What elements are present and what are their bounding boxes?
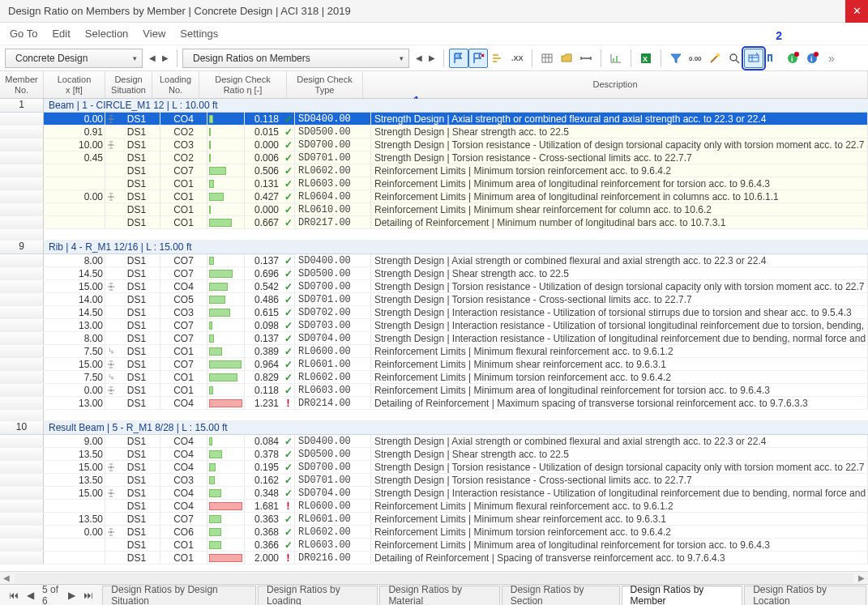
table-row[interactable]: 15.00DS1CO70.964✓RL0601.00Reinforcement … [0,358,868,371]
header-ratio[interactable]: Design Check Ratio η [-] [199,71,287,98]
prev-page-icon[interactable]: ◀ [24,590,36,601]
table-row[interactable]: 0.45DS1CO20.006✓SD0701.00Strength Design… [0,151,868,164]
tab-design-ratios-by-design-situation[interactable]: Design Ratios by Design Situation [102,586,256,605]
table-row[interactable]: 15.00DS1CO40.195✓SD0700.00Strength Desig… [0,461,868,474]
cell-description: Strength Design | Interaction resistance… [371,319,868,331]
group-title[interactable]: Rib | 4 - R_M1 12/16 | L : 15.00 ft [44,241,197,254]
cell-description: Reinforcement Limits | Minimum area of l… [371,384,868,396]
cell-check-type: SD0400.00 [295,254,371,266]
tab-design-ratios-by-location[interactable]: Design Ratios by Location [744,586,866,605]
funnel-icon[interactable] [666,49,686,68]
sync-selection-icon[interactable] [744,49,763,68]
table-row[interactable]: 0.00DS1CO60.368✓RL0602.00Reinforcement L… [0,526,868,539]
cell-ratio-value: 0.084 [245,435,282,447]
table-row[interactable]: 13.50DS1CO30.162✓SD0701.00Strength Desig… [0,474,868,487]
table-row[interactable]: DS1CO41.681!RL0600.00Reinforcement Limit… [0,500,868,513]
header-location[interactable]: Location x [ft] [44,71,105,98]
group-title[interactable]: Beam | 1 - CIRCLE_M1 12 | L : 10.00 ft [44,99,223,112]
tab-design-ratios-by-section[interactable]: Design Ratios by Section [502,586,620,605]
chart-icon[interactable] [606,49,626,68]
tab-navigator[interactable]: ⏮ ◀ 5 of 6 ▶ ⏭ [0,584,102,606]
table-row[interactable]: DS1CO10.667✓DR0217.00Detailing of Reinfo… [0,216,868,229]
table-row[interactable]: DS1CO10.131✓RL0603.00Reinforcement Limit… [0,177,868,190]
table-row[interactable]: 0.00DS1CO10.118✓RL0603.00Reinforcement L… [0,384,868,397]
table-row[interactable]: DS1CO10.000✓RL0610.00Reinforcement Limit… [0,203,868,216]
results-grid[interactable]: 1Beam | 1 - CIRCLE_M1 12 | L : 10.00 ft0… [0,99,868,571]
table-row[interactable]: 13.00DS1CO41.231!DR0214.00Detailing of R… [0,397,868,410]
table-row[interactable]: 10.00DS1CO30.000✓SD0700.00Strength Desig… [0,138,868,151]
filter-flag-off-icon[interactable] [468,49,488,68]
next-table-button[interactable]: ▶ [425,49,438,67]
wand-icon[interactable] [705,49,725,68]
table-row[interactable]: DS1CO70.506✓RL0602.00Reinforcement Limit… [0,164,868,177]
tab-design-ratios-by-material[interactable]: Design Ratios by Material [379,586,499,605]
table-row[interactable]: 14.00DS1CO50.486✓SD0701.00Strength Desig… [0,293,868,306]
table-row[interactable]: 0.00DS1CO10.427✓RL0604.00Reinforcement L… [0,190,868,203]
menu-edit[interactable]: Edit [52,28,70,40]
prev-addon-button[interactable]: ◀ [146,49,159,67]
menu-view[interactable]: View [143,28,165,40]
cell-ratio-bar [207,461,245,473]
table-row[interactable]: 0.00DS1CO40.118✓SD0400.00Strength Design… [0,113,868,126]
table-row[interactable]: 7.50¹₂DS1CO10.389✓RL0600.00Reinforcement… [0,345,868,358]
menu-settings[interactable]: Settings [180,28,218,40]
header-design-situation[interactable]: Design Situation [105,71,152,98]
result-table-dropdown[interactable]: Design Ratios on Members ▾ [182,49,409,68]
table-row[interactable]: DS1CO10.366✓RL0603.00Reinforcement Limit… [0,539,868,552]
header-member-no[interactable]: Member No. [0,71,44,98]
decimal-icon[interactable]: .XX [507,49,527,68]
cell-ratio-value: 0.486 [245,293,282,305]
table-view-icon[interactable] [537,49,557,68]
table-row[interactable]: 14.50DS1CO70.696✓SD0500.00Strength Desig… [0,267,868,280]
filter-flag-icon[interactable] [449,49,468,68]
table-row[interactable]: 15.00DS1CO40.542✓SD0700.00Strength Desig… [0,280,868,293]
check-status-icon: ✓ [282,254,295,266]
header-loading-no[interactable]: Loading No. [152,71,199,98]
svg-point-10 [716,53,720,57]
cell-location [44,203,105,215]
member-icon[interactable] [763,49,783,68]
tab-design-ratios-by-member[interactable]: Design Ratios by Member [622,586,743,605]
last-page-icon[interactable]: ⏭ [81,590,96,601]
prev-table-button[interactable]: ◀ [413,49,425,67]
table-row[interactable]: 13.50DS1CO70.363✓RL0601.00Reinforcement … [0,513,868,526]
chevron-down-icon: ▾ [400,54,404,62]
group-title[interactable]: Result Beam | 5 - R_M1 8/28 | L : 15.00 … [44,421,233,434]
table-row[interactable]: 8.00DS1CO70.137✓SD0400.00Strength Design… [0,254,868,267]
tab-design-ratios-by-loading[interactable]: Design Ratios by Loading [258,586,378,605]
info-blue-icon[interactable]: i [802,49,822,68]
menu-go-to[interactable]: Go To [10,28,37,40]
table-row[interactable]: 9.00DS1CO40.084✓SD0400.00Strength Design… [0,435,868,448]
folder-icon[interactable] [557,49,576,68]
first-page-icon[interactable]: ⏮ [6,590,21,601]
table-row[interactable]: DS1CO12.000!DR0216.00Detailing of Reinfo… [0,552,868,565]
menu-selection[interactable]: Selection [85,28,128,40]
cell-description: Reinforcement Limits | Minimum flexural … [371,500,868,512]
cell-loading-no: CO4 [160,461,207,473]
table-row[interactable]: 15.00DS1CO40.348✓SD0704.00Strength Desig… [0,487,868,500]
table-row[interactable]: 14.50DS1CO30.615✓SD0702.00Strength Desig… [0,306,868,319]
check-status-icon: ✓ [282,190,295,202]
search-icon[interactable] [725,49,744,68]
decimal-format-icon[interactable]: 0.00 [686,49,705,68]
more-icon[interactable]: » [822,49,841,68]
close-button[interactable]: ✕ [845,0,868,23]
check-status-icon: ✓ [282,474,295,486]
design-addon-dropdown[interactable]: Concrete Design ▾ [5,49,143,68]
next-page-icon[interactable]: ▶ [66,590,78,601]
dimension-icon[interactable] [576,49,596,68]
header-description[interactable]: Description [363,71,868,98]
horizontal-scrollbar[interactable]: ◀▶ [0,571,868,584]
cell-ratio-bar [207,332,245,344]
view-gantt-icon[interactable] [488,49,507,68]
table-row[interactable]: 13.00DS1CO70.098✓SD0703.00Strength Desig… [0,319,868,332]
table-row[interactable]: 8.00DS1CO70.137✓SD0704.00Strength Design… [0,332,868,345]
header-type[interactable]: Design Check Type [287,71,363,98]
next-addon-button[interactable]: ▶ [159,49,172,67]
excel-export-icon[interactable]: X [636,49,656,68]
table-row[interactable]: 7.50¹₂DS1CO10.829✓RL0602.00Reinforcement… [0,371,868,384]
table-row[interactable]: 13.50DS1CO40.378✓SD0500.00Strength Desig… [0,448,868,461]
menubar: Go ToEditSelectionViewSettings [0,23,868,45]
table-row[interactable]: 0.91DS1CO20.015✓SD0500.00Strength Design… [0,126,868,138]
info-green-icon[interactable]: i [783,49,802,68]
